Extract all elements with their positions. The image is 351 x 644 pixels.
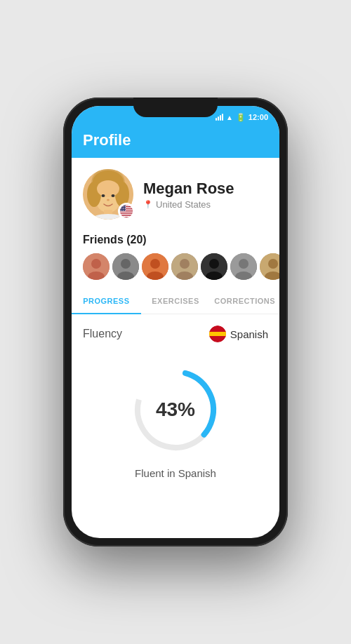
- svg-point-35: [180, 259, 190, 269]
- friend-avatar[interactable]: [112, 253, 139, 280]
- progress-percentage: 43%: [156, 398, 195, 421]
- svg-text:★★★: ★★★: [120, 209, 126, 212]
- wifi-icon: ▲: [226, 114, 233, 121]
- friend-avatar[interactable]: [201, 253, 227, 280]
- language-name: Spanish: [230, 328, 268, 340]
- friend-avatar[interactable]: [83, 253, 110, 280]
- content-area: Fluency Spanish: [72, 314, 279, 504]
- signal-icon: [216, 114, 223, 121]
- fluency-description: Fluent in Spanish: [135, 467, 216, 479]
- tabs-bar: PROGRESS EXERCISES CORRECTIONS: [72, 288, 279, 314]
- svg-rect-48: [209, 330, 226, 332]
- app-header: Profile: [72, 126, 279, 158]
- svg-point-9: [107, 199, 110, 201]
- svg-point-29: [121, 259, 131, 269]
- svg-point-26: [91, 259, 101, 269]
- friend-avatar[interactable]: [260, 253, 279, 280]
- svg-rect-15: [119, 206, 133, 207]
- fluency-header: Fluency Spanish: [83, 326, 268, 342]
- svg-point-44: [268, 259, 278, 269]
- svg-point-8: [112, 194, 115, 197]
- friend-avatar[interactable]: [142, 253, 168, 280]
- page-title: Profile: [83, 131, 268, 149]
- svg-point-7: [102, 194, 105, 197]
- tab-progress[interactable]: PROGRESS: [72, 288, 141, 314]
- location-text: United States: [156, 199, 211, 210]
- svg-point-41: [239, 259, 249, 269]
- friend-avatar[interactable]: [230, 253, 257, 280]
- phone-notch: [133, 98, 218, 117]
- circular-progress: 43%: [126, 361, 225, 459]
- friend-avatar[interactable]: [171, 253, 198, 280]
- avatar-container: ★★★ ★★★ ★★★: [83, 169, 133, 220]
- profile-info: Megan Rose 📍 United States: [143, 180, 234, 210]
- fluency-label: Fluency: [83, 328, 122, 340]
- svg-point-6: [97, 180, 119, 197]
- language-badge: Spanish: [209, 326, 268, 342]
- tab-corrections[interactable]: CORRECTIONS: [210, 288, 279, 314]
- tab-exercises[interactable]: EXERCISES: [141, 288, 211, 314]
- svg-point-38: [209, 259, 219, 269]
- battery-icon: 🔋: [236, 113, 246, 122]
- status-icons: ▲ 🔋 12:00: [216, 113, 268, 122]
- svg-rect-49: [209, 336, 226, 337]
- progress-container: 43% Fluent in Spanish: [83, 354, 268, 493]
- country-flag-badge: ★★★ ★★★ ★★★: [118, 203, 135, 220]
- svg-point-32: [150, 259, 160, 269]
- profile-name: Megan Rose: [143, 180, 234, 198]
- friends-count-label: Friends (20): [83, 234, 268, 246]
- friends-list: +13: [83, 253, 268, 280]
- profile-location: 📍 United States: [143, 199, 234, 210]
- svg-rect-19: [119, 214, 133, 215]
- spain-flag-icon: [209, 326, 226, 342]
- phone-screen: ▲ 🔋 12:00 Profile: [72, 106, 279, 538]
- profile-section: ★★★ ★★★ ★★★ Megan Rose 📍 United States: [72, 158, 279, 231]
- phone-frame: ▲ 🔋 12:00 Profile: [63, 98, 288, 546]
- location-pin-icon: 📍: [143, 200, 153, 209]
- time-display: 12:00: [249, 113, 268, 121]
- friends-section: Friends (20): [72, 231, 279, 288]
